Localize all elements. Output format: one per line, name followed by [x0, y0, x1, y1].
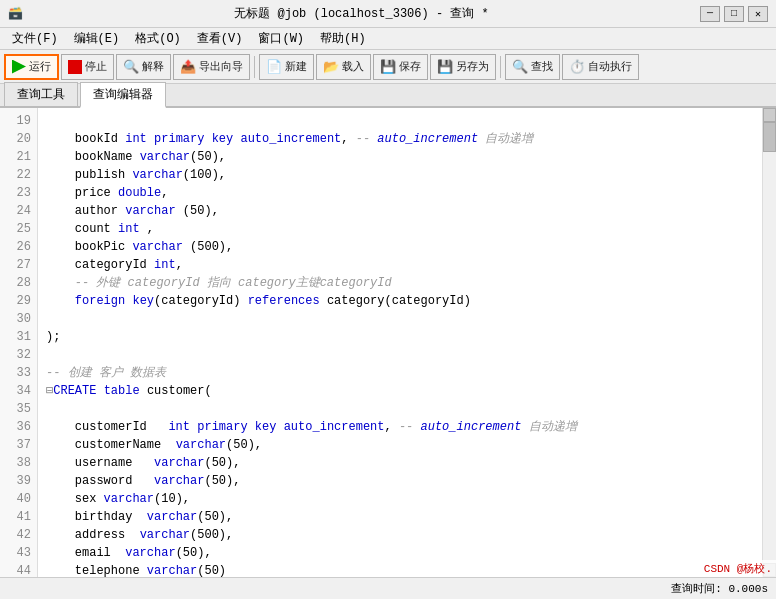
- title-text: 无标题 @job (localhost_3306) - 查询 *: [234, 5, 488, 22]
- code-line: -- 外键 categoryId 指向 category主键categoryId: [46, 274, 754, 292]
- save-label: 保存: [399, 59, 421, 74]
- stop-label: 停止: [85, 59, 107, 74]
- code-line: [46, 400, 754, 418]
- code-line: price double,: [46, 184, 754, 202]
- tabs: 查询工具 查询编辑器: [0, 84, 776, 108]
- code-line: foreign key(categoryId) references categ…: [46, 292, 754, 310]
- menu-view[interactable]: 查看(V): [189, 28, 251, 49]
- autorun-button[interactable]: ⏱️ 自动执行: [562, 54, 639, 80]
- load-button[interactable]: 📂 载入: [316, 54, 371, 80]
- find-icon: 🔍: [512, 59, 528, 74]
- code-line: telephone varchar(50): [46, 562, 754, 577]
- export-icon: 📤: [180, 59, 196, 74]
- code-line: password varchar(50),: [46, 472, 754, 490]
- toolbar: 运行 停止 🔍 解释 📤 导出向导 📄 新建 📂 载入 💾 保存 💾 另存为 🔍…: [0, 50, 776, 84]
- code-line: [46, 310, 754, 328]
- run-icon: [12, 60, 26, 74]
- autorun-icon: ⏱️: [569, 59, 585, 74]
- find-button[interactable]: 🔍 查找: [505, 54, 560, 80]
- load-label: 载入: [342, 59, 364, 74]
- new-button[interactable]: 📄 新建: [259, 54, 314, 80]
- code-line: address varchar(500),: [46, 526, 754, 544]
- code-line: bookName varchar(50),: [46, 148, 754, 166]
- code-editor[interactable]: bookId int primary key auto_increment, -…: [38, 108, 762, 577]
- query-time: 查询时间: 0.000s: [671, 581, 768, 596]
- save-icon: 💾: [380, 59, 396, 74]
- scrollbar-right[interactable]: [762, 108, 776, 577]
- code-line: categoryId int,: [46, 256, 754, 274]
- editor-container: 1920212223242526272829303132333435363738…: [0, 108, 776, 577]
- code-line: email varchar(50),: [46, 544, 754, 562]
- new-icon: 📄: [266, 59, 282, 74]
- code-line: customerName varchar(50),: [46, 436, 754, 454]
- code-line: ⊟CREATE table customer(: [46, 382, 754, 400]
- close-button[interactable]: ✕: [748, 6, 768, 22]
- toolbar-separator-2: [500, 56, 501, 78]
- explain-button[interactable]: 🔍 解释: [116, 54, 171, 80]
- explain-label: 解释: [142, 59, 164, 74]
- toolbar-separator-1: [254, 56, 255, 78]
- saveas-label: 另存为: [456, 59, 489, 74]
- stop-button[interactable]: 停止: [61, 54, 114, 80]
- minimize-button[interactable]: ─: [700, 6, 720, 22]
- load-icon: 📂: [323, 59, 339, 74]
- menu-file[interactable]: 文件(F): [4, 28, 66, 49]
- export-label: 导出向导: [199, 59, 243, 74]
- run-label: 运行: [29, 59, 51, 74]
- code-line: birthday varchar(50),: [46, 508, 754, 526]
- title-controls: ─ □ ✕: [700, 6, 768, 22]
- tab-query-tool[interactable]: 查询工具: [4, 82, 78, 106]
- explain-icon: 🔍: [123, 59, 139, 74]
- code-line: author varchar (50),: [46, 202, 754, 220]
- code-line: );: [46, 328, 754, 346]
- saveas-button[interactable]: 💾 另存为: [430, 54, 496, 80]
- menu-help[interactable]: 帮助(H): [312, 28, 374, 49]
- saveas-icon: 💾: [437, 59, 453, 74]
- code-line: [46, 346, 754, 364]
- menu-edit[interactable]: 编辑(E): [66, 28, 128, 49]
- export-button[interactable]: 📤 导出向导: [173, 54, 250, 80]
- new-label: 新建: [285, 59, 307, 74]
- code-line: bookPic varchar (500),: [46, 238, 754, 256]
- menu-window[interactable]: 窗口(W): [250, 28, 312, 49]
- menu-bar: 文件(F) 编辑(E) 格式(O) 查看(V) 窗口(W) 帮助(H): [0, 28, 776, 50]
- code-line: publish varchar(100),: [46, 166, 754, 184]
- code-line: sex varchar(10),: [46, 490, 754, 508]
- run-button[interactable]: 运行: [4, 54, 59, 80]
- menu-format[interactable]: 格式(O): [127, 28, 189, 49]
- stop-icon: [68, 60, 82, 74]
- save-button[interactable]: 💾 保存: [373, 54, 428, 80]
- line-numbers: 1920212223242526272829303132333435363738…: [0, 108, 38, 577]
- tab-query-editor[interactable]: 查询编辑器: [80, 82, 166, 108]
- code-line: [46, 112, 754, 130]
- app-icon: 🗃️: [8, 6, 23, 21]
- code-line: bookId int primary key auto_increment, -…: [46, 130, 754, 148]
- code-line: count int ,: [46, 220, 754, 238]
- code-line: customerId int primary key auto_incremen…: [46, 418, 754, 436]
- maximize-button[interactable]: □: [724, 6, 744, 22]
- title-bar: 🗃️ 无标题 @job (localhost_3306) - 查询 * ─ □ …: [0, 0, 776, 28]
- code-line: -- 创建 客户 数据表: [46, 364, 754, 382]
- find-label: 查找: [531, 59, 553, 74]
- status-bar: 查询时间: 0.000s: [0, 577, 776, 599]
- autorun-label: 自动执行: [588, 59, 632, 74]
- code-line: username varchar(50),: [46, 454, 754, 472]
- watermark: CSDN @杨校.: [700, 560, 776, 577]
